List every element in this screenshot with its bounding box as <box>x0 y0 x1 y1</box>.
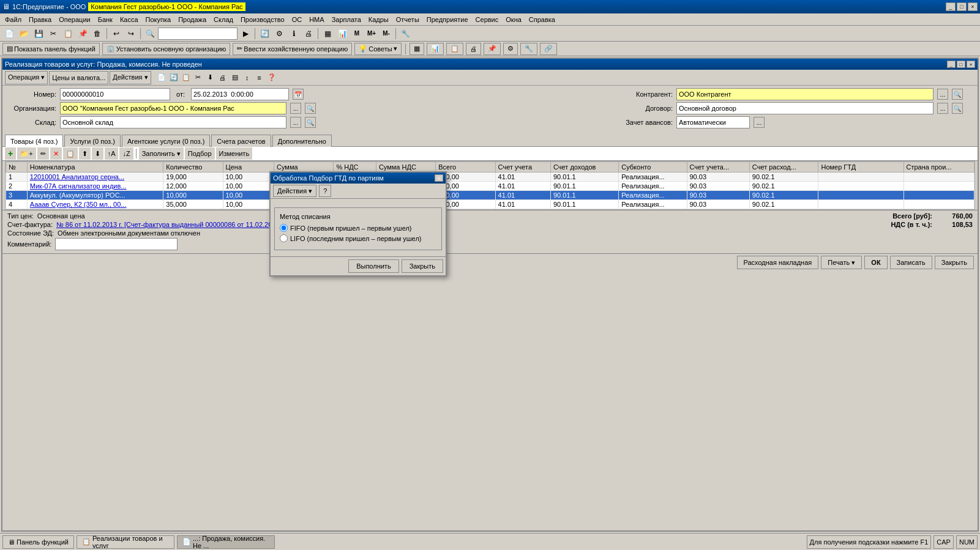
modal-help-btn[interactable]: ? <box>319 185 331 197</box>
lifo-radio[interactable] <box>280 234 288 242</box>
fifo-label: FIFO (первым пришел – первым ушел) <box>290 225 412 232</box>
modal-overlay: Обработка Подбор ГТД по партиям × Действ… <box>0 0 980 550</box>
method-radio-group: Метод списания FIFO (первым пришел – пер… <box>274 207 442 250</box>
modal-close-x-btn[interactable]: × <box>435 174 443 182</box>
modal-window: Обработка Подбор ГТД по партиям × Действ… <box>269 171 447 277</box>
modal-close-btn[interactable]: Закрыть <box>402 259 443 273</box>
execute-btn[interactable]: Выполнить <box>348 259 398 273</box>
radio-group-title: Метод списания <box>280 213 436 220</box>
modal-title-text: Обработка Подбор ГТД по партиям <box>273 174 384 182</box>
modal-actions-btn[interactable]: Действия ▾ <box>273 185 316 197</box>
modal-body: Метод списания FIFO (первым пришел – пер… <box>271 201 446 256</box>
modal-toolbar: Действия ▾ ? <box>271 184 446 199</box>
modal-title-bar: Обработка Подбор ГТД по партиям × <box>271 173 446 184</box>
lifo-label: LIFO (последним пришел – первым ушел) <box>290 235 421 242</box>
modal-footer: Выполнить Закрыть <box>271 256 446 275</box>
fifo-radio[interactable] <box>280 224 288 232</box>
